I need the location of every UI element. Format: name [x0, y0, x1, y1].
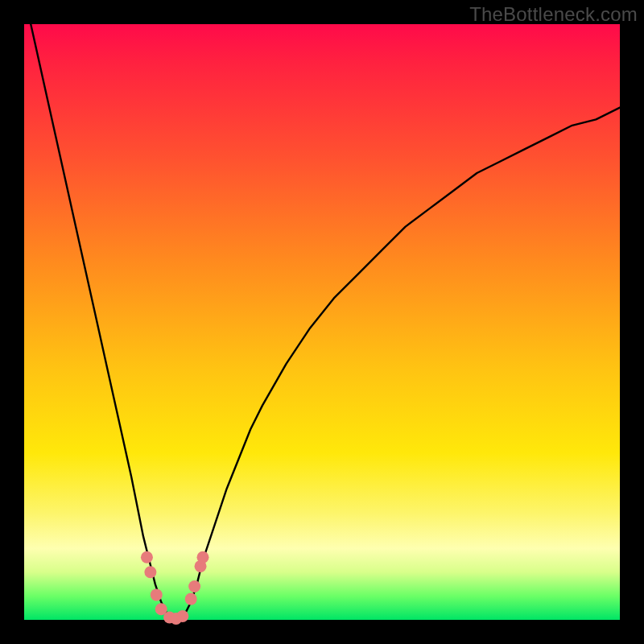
curve-marker	[188, 580, 200, 592]
curve-marker	[185, 593, 197, 605]
plot-area	[24, 24, 620, 620]
curve-marker	[144, 566, 156, 578]
curve-marker	[141, 551, 153, 564]
chart-frame	[24, 24, 620, 620]
curve-marker	[151, 588, 163, 601]
curve-marker	[197, 551, 209, 564]
watermark-text: TheBottleneck.com	[469, 3, 638, 26]
curve-markers	[141, 551, 209, 625]
bottleneck-curve	[24, 0, 620, 620]
curve-marker	[176, 610, 188, 622]
curve-layer	[24, 24, 620, 620]
